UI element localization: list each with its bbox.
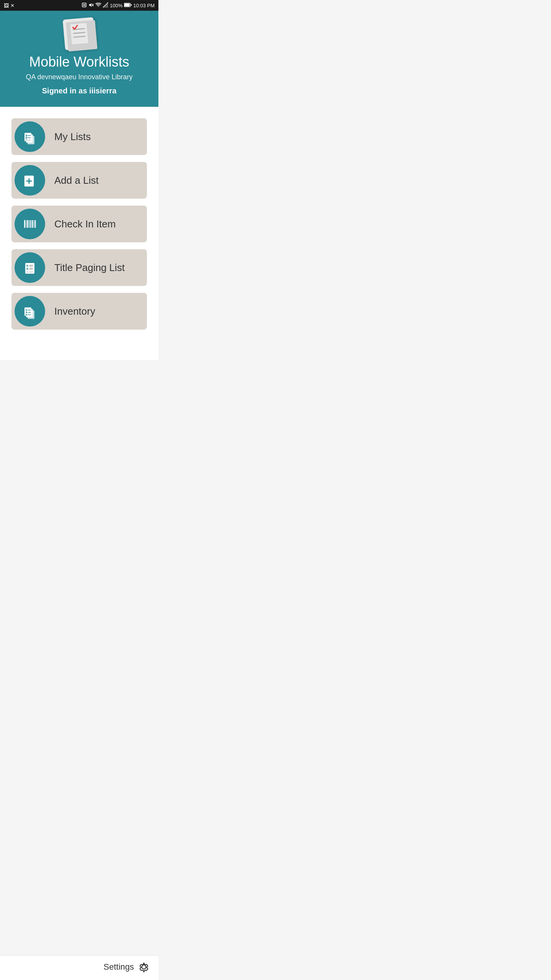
- add-a-list-button[interactable]: Add a List: [11, 162, 147, 199]
- check-in-item-icon-circle: [15, 209, 45, 239]
- image-icon: 🖼: [4, 3, 9, 8]
- inventory-icon: [21, 303, 38, 320]
- svg-rect-35: [32, 220, 33, 228]
- status-bar-left: 🖼 ✕: [4, 3, 15, 8]
- svg-rect-30: [24, 220, 25, 228]
- add-a-list-icon-circle: [15, 165, 45, 196]
- svg-rect-2: [83, 5, 85, 6]
- svg-rect-37: [35, 220, 36, 228]
- add-a-list-label: Add a List: [54, 175, 147, 186]
- signed-in-status: Signed in as iiisierra: [42, 87, 117, 95]
- battery-percent: 100%: [110, 3, 122, 8]
- checklist-icon: [63, 17, 96, 51]
- wifi-icon: [95, 2, 101, 9]
- check-in-item-button[interactable]: Check In Item: [11, 206, 147, 242]
- svg-rect-14: [70, 23, 89, 45]
- svg-marker-3: [89, 3, 91, 7]
- svg-rect-36: [34, 220, 34, 228]
- paging-icon: [21, 259, 38, 276]
- close-icon: ✕: [10, 3, 15, 8]
- inventory-icon-circle: [15, 296, 45, 327]
- app-title: Mobile Worklists: [29, 54, 129, 70]
- header-section: Mobile Worklists QA devnewqaeu Innovativ…: [0, 11, 158, 107]
- svg-rect-33: [29, 220, 30, 228]
- svg-rect-1: [83, 4, 85, 5]
- title-paging-list-button[interactable]: Title Paging List: [11, 249, 147, 286]
- sim-icon: [82, 2, 87, 9]
- time-display: 10:03 PM: [133, 3, 155, 8]
- check-in-item-label: Check In Item: [54, 218, 147, 230]
- lists-icon: [21, 128, 38, 145]
- status-bar: 🖼 ✕: [0, 0, 158, 11]
- header-icon-wrapper: [64, 18, 95, 49]
- svg-rect-25: [26, 139, 27, 141]
- svg-rect-45: [26, 271, 28, 273]
- svg-rect-32: [27, 220, 28, 228]
- library-name: QA devnewqaeu Innovative Library: [26, 73, 132, 81]
- title-paging-list-icon-circle: [15, 252, 45, 283]
- svg-rect-12: [124, 3, 130, 7]
- svg-rect-31: [26, 220, 27, 228]
- status-bar-right: 100% 10:03 PM: [82, 2, 155, 9]
- barcode-icon: [21, 216, 38, 232]
- inventory-label: Inventory: [54, 305, 147, 317]
- add-icon: [21, 172, 38, 189]
- svg-rect-0: [82, 3, 86, 7]
- inventory-button[interactable]: Inventory: [11, 293, 147, 330]
- my-lists-icon-circle: [15, 121, 45, 152]
- my-lists-label: My Lists: [54, 131, 147, 143]
- title-paging-list-label: Title Paging List: [54, 262, 147, 274]
- svg-rect-34: [30, 220, 31, 228]
- battery-icon: [124, 3, 132, 8]
- main-content: My Lists Add a List: [0, 107, 158, 360]
- signal-icon: [103, 2, 108, 9]
- my-lists-button[interactable]: My Lists: [11, 118, 147, 155]
- mute-icon: [88, 2, 94, 9]
- svg-rect-13: [131, 4, 132, 6]
